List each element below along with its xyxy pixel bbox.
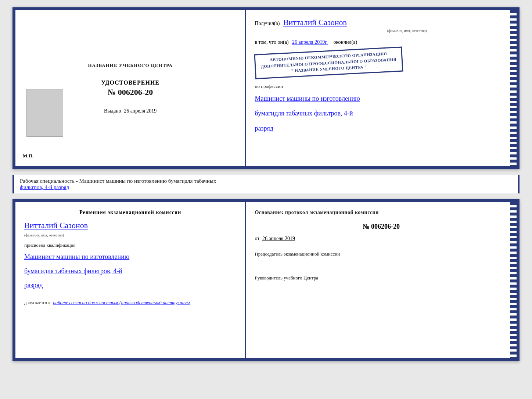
info-strip-line1: Рабочая специальность - Машинист машины … <box>20 178 512 184</box>
cert-bottom-left: Решением экзаменационной комиссии Виттал… <box>15 202 246 358</box>
head-label: Руководитель учебного Центра <box>255 275 508 281</box>
allowed-label: допускается к работе согласно должностны… <box>24 300 236 306</box>
certificate-top: НАЗВАНИЕ УЧЕБНОГО ЦЕНТРА УДОСТОВЕРЕНИЕ №… <box>12 7 520 169</box>
bottom-profession-line3: разряд <box>24 279 236 291</box>
mp-label: М.П. <box>23 153 33 159</box>
completion-date: 26 апреля 2019г. <box>292 39 328 45</box>
side-stripes-right-bottom <box>510 202 517 358</box>
profession-prefix: по профессии <box>255 83 508 89</box>
issued-date: 26 апреля 2019 <box>124 108 157 114</box>
training-center-label: НАЗВАНИЕ УЧЕБНОГО ЦЕНТРА <box>88 63 173 68</box>
bottom-profession-line1: Машинист машины по изготовлению <box>24 251 236 263</box>
bottom-recipient-name: Витталий Сазонов <box>24 221 88 230</box>
cert-bottom-right: Основание: протокол экзаменационной коми… <box>246 202 517 358</box>
chairman-label: Председатель экзаменационной комиссии <box>255 251 508 257</box>
info-strip: Рабочая специальность - Машинист машины … <box>12 175 520 193</box>
in-that-prefix: в том, что он(а) <box>255 39 288 45</box>
received-prefix: Получил(а) <box>255 21 280 26</box>
issued-label: Выдано <box>104 108 121 114</box>
name-subtitle: (фамилия, имя, отчество) <box>306 29 508 33</box>
received-line: Получил(а) Витталий Сазонов — <box>255 18 508 27</box>
profession-line2: бумагидля табачных фильтров, 4-й <box>255 108 508 119</box>
allowed-prefix: допускается к <box>24 300 50 305</box>
stamp-box: АВТОНОМНУЮ НЕКОММЕРЧЕСКУЮ ОРГАНИЗАЦИЮ ДО… <box>254 46 403 79</box>
info-strip-line2: фильтров, 4-й разряд <box>20 184 512 190</box>
info-strip-label: Рабочая специальность - Машинист машины … <box>20 178 216 184</box>
bottom-name-line: Витталий Сазонов <box>24 221 236 230</box>
info-strip-label2: фильтров, 4-й разряд <box>20 184 69 190</box>
date-prefix: от <box>255 236 259 241</box>
allowed-text: работе согласно должностным (производств… <box>53 300 190 305</box>
bottom-profession-line2: бумагидля табачных фильтров, 4-й <box>24 266 236 277</box>
cert-title: УДОСТОВЕРЕНИЕ <box>101 79 159 86</box>
cert-right-panel: Получил(а) Витталий Сазонов — (фамилия, … <box>246 10 517 166</box>
recipient-name: Витталий Сазонов <box>283 18 347 27</box>
cert-left-panel: НАЗВАНИЕ УЧЕБНОГО ЦЕНТРА УДОСТОВЕРЕНИЕ №… <box>15 10 246 166</box>
head-signature-line <box>255 287 306 287</box>
basis-label: Основание: протокол экзаменационной коми… <box>255 210 508 215</box>
side-stripes-right <box>510 10 517 166</box>
protocol-date-line: от 26 апреля 2019 <box>255 236 508 242</box>
decision-title: Решением экзаменационной комиссии <box>24 210 236 215</box>
issued-line: Выдано 26 апреля 2019 <box>104 108 157 114</box>
in-that-line: в том, что он(а) 26 апреля 2019г. окончи… <box>255 39 508 45</box>
profession-line3: разряд <box>255 123 508 134</box>
protocol-date: 26 апреля 2019 <box>262 236 295 241</box>
photo-placeholder <box>26 89 63 137</box>
certificate-bottom: Решением экзаменационной комиссии Виттал… <box>12 199 520 361</box>
profession-line1: Машинист машины по изготовлению <box>255 93 508 104</box>
bottom-name-subtitle: (фамилия, имя, отчество) <box>24 233 236 237</box>
cert-number: № 006206-20 <box>108 88 153 97</box>
assigned-label: присвоена квалификация <box>24 242 236 248</box>
protocol-number: № 006206-20 <box>255 223 508 231</box>
finished-label: окончил(а) <box>333 39 357 45</box>
chairman-signature-line <box>255 263 306 263</box>
